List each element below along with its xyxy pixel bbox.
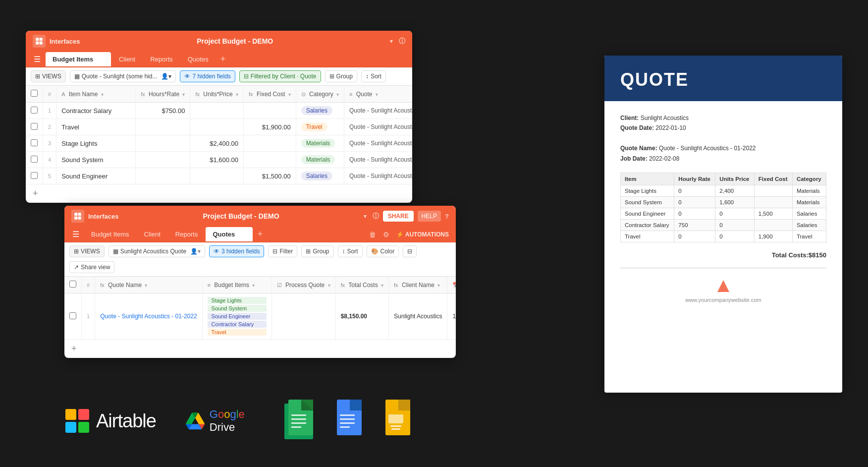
tab2-budget-items[interactable]: Budget Items xyxy=(84,227,136,241)
fixed-cost-cell xyxy=(244,152,296,168)
table2-tabs: ☰ Budget Items Client Reports Quotes ▾ +… xyxy=(64,227,456,242)
automations-label[interactable]: ⚡ AUTOMATIONS xyxy=(393,229,452,240)
group-btn[interactable]: ⊞ Group xyxy=(325,70,357,82)
t2-col-budget-items[interactable]: ≡ Budget Items ▾ xyxy=(202,277,271,293)
t2-quote-name-cell: Quote - Sunlight Acoustics - 01-2022 xyxy=(95,293,202,340)
col-header-item-name[interactable]: A Item Name ▾ xyxy=(56,86,136,103)
row-checkbox[interactable] xyxy=(31,107,38,114)
svg-rect-5 xyxy=(78,213,81,216)
settings-icon[interactable]: ⚙ xyxy=(380,229,392,240)
help-button[interactable]: HELP xyxy=(418,211,441,222)
quote-document: QUOTE Client: Sunlight Acoustics Quote D… xyxy=(604,56,842,393)
table-row: 5 Sound Engineer $1,500.00 Salaries Quot… xyxy=(26,168,412,184)
row-checkbox[interactable] xyxy=(31,156,38,163)
quote-table-row: Sound System 0 1,600 Materials xyxy=(621,196,826,208)
table2-view-name-btn[interactable]: ▦ Sunlight Acoustics Quote 👤▾ xyxy=(108,245,205,257)
filter-btn[interactable]: ⊟ Filtered by Client · Quote xyxy=(239,70,321,82)
google-apps-icons xyxy=(284,400,416,442)
t2-col-client-name[interactable]: fx Client Name ▾ xyxy=(389,277,447,293)
row-checkbox[interactable] xyxy=(31,123,38,130)
t2-select-all[interactable] xyxy=(69,281,76,288)
t2-row-checkbox[interactable] xyxy=(69,312,76,319)
svg-rect-4 xyxy=(74,213,77,216)
hours-rate-cell: $750.00 xyxy=(136,103,190,119)
category-cell: Travel xyxy=(296,119,344,135)
svg-rect-2 xyxy=(36,42,39,45)
quote-cell: Quote - Sunlight Acoustics - 01-2022 xyxy=(344,135,412,152)
qt-units-cell: 0 xyxy=(715,208,754,219)
view-name-btn[interactable]: ▦ Quote - Sunlight (some hid... 👤▾ xyxy=(70,70,176,82)
quote-cell: Quote - Sunlight Acoustics - 01-2022 xyxy=(344,119,412,135)
table2-views-btn[interactable]: ⊞ VIEWS xyxy=(69,245,105,257)
tab2-add[interactable]: + xyxy=(254,227,267,241)
table1-app-name: Interfaces xyxy=(50,38,80,45)
quote-table-row: Sound Engineer 0 0 1,500 Salaries xyxy=(621,208,826,219)
sort-btn[interactable]: ↕ Sort xyxy=(361,70,386,82)
formula-col-icon2: fx xyxy=(195,91,200,97)
tab-quotes[interactable]: Quotes xyxy=(181,52,216,66)
col-header-category[interactable]: ⊙ Category ▾ xyxy=(296,86,344,103)
table2-rowheight-btn[interactable]: ⊟ xyxy=(403,245,417,257)
tab-add[interactable]: + xyxy=(217,52,230,66)
delete-icon[interactable]: 🗑 xyxy=(366,229,379,240)
table1-tabs: ☰ Budget Items ▾ Client Reports Quotes + xyxy=(26,52,412,67)
table2-sort-btn[interactable]: ↕ Sort xyxy=(338,245,363,257)
qt-units-cell: 1,600 xyxy=(715,196,754,208)
quote-divider xyxy=(620,268,826,268)
row-checkbox[interactable] xyxy=(31,172,38,179)
eye-icon: 👁 xyxy=(184,73,190,80)
tab-budget-items-dropdown[interactable]: ▾ xyxy=(96,56,104,63)
add-row-btn[interactable]: + xyxy=(26,184,412,203)
t2-col-total-costs[interactable]: fx Total Costs ▾ xyxy=(335,277,388,293)
row-checkbox[interactable] xyxy=(31,139,38,146)
tab2-quotes[interactable]: Quotes ▾ xyxy=(206,227,252,241)
google-sheets-icon xyxy=(284,400,319,442)
col-header-units-price[interactable]: fx Units*Price ▾ xyxy=(190,86,244,103)
gdrive-icon xyxy=(186,411,205,430)
hidden-fields-btn[interactable]: 👁 7 hidden fields xyxy=(180,70,235,82)
views-icon: ⊞ xyxy=(35,73,40,80)
svg-rect-34 xyxy=(391,428,400,430)
table2-add-row-btn[interactable]: + xyxy=(64,340,456,358)
tab2-reports[interactable]: Reports xyxy=(168,227,205,241)
table2-filter-btn[interactable]: ⊟ Filter xyxy=(268,245,297,257)
hours-rate-cell xyxy=(136,135,190,152)
tab2-quotes-dropdown[interactable]: ▾ xyxy=(238,231,246,238)
tab-reports[interactable]: Reports xyxy=(143,52,180,66)
col-header-hours-rate[interactable]: fx Hours*Rate ▾ xyxy=(136,86,190,103)
select-all-checkbox[interactable] xyxy=(31,90,38,97)
qt-fixed-cell xyxy=(754,196,792,208)
table2-share-view-btn[interactable]: ↗ Share view xyxy=(69,261,114,273)
col-header-fixed-cost[interactable]: fx Fixed Cost ▾ xyxy=(244,86,296,103)
units-price-cell xyxy=(190,168,244,184)
item-name-cell: Contractor Salary xyxy=(56,103,136,119)
t2-col-quote-name[interactable]: fx Quote Name ▾ xyxy=(95,277,202,293)
google-slides-icon xyxy=(381,400,416,442)
units-price-cell: $1,600.00 xyxy=(190,152,244,168)
qt-item-cell: Stage Lights xyxy=(621,185,674,196)
views-btn[interactable]: ⊞ VIEWS xyxy=(31,70,66,82)
google-docs-icon xyxy=(333,400,368,442)
col-header-quote[interactable]: ≡ Quote ▾ xyxy=(344,86,412,103)
table2-hidden-fields-btn[interactable]: 👁 3 hidden fields xyxy=(209,245,264,257)
quote-table-row: Travel 0 0 1,900 Travel xyxy=(621,231,826,242)
table2-hamburger[interactable]: ☰ xyxy=(68,227,83,242)
logos-section: Airtable G o o g l e Drive xyxy=(64,400,416,442)
qt-category-cell: Materials xyxy=(792,196,826,208)
airtable-brand-text: Airtable xyxy=(96,410,156,432)
table2-group-btn[interactable]: ⊞ Group xyxy=(301,245,333,257)
tab2-client[interactable]: Client xyxy=(137,227,167,241)
t2-col-num: # xyxy=(82,277,95,293)
tab-budget-items[interactable]: Budget Items ▾ xyxy=(46,52,111,66)
quote-meta: Client: Sunlight Acoustics Quote Date: 2… xyxy=(620,113,826,164)
table1-hamburger[interactable]: ☰ xyxy=(30,52,45,67)
qt-category-cell: Salaries xyxy=(792,219,826,231)
table2-logo-box xyxy=(71,210,84,223)
share-button[interactable]: SHARE xyxy=(383,211,414,222)
tab-client[interactable]: Client xyxy=(112,52,142,66)
t2-col-quote-date[interactable]: 📅 Quote Date ▾ xyxy=(447,277,456,293)
table2-color-btn[interactable]: 🎨 Color xyxy=(367,245,399,257)
t2-col-process-quote[interactable]: ☑ Process Quote ▾ xyxy=(271,277,335,293)
qt-col-fixed: Fixed Cost xyxy=(754,173,792,185)
row-checkbox-cell xyxy=(26,135,43,152)
